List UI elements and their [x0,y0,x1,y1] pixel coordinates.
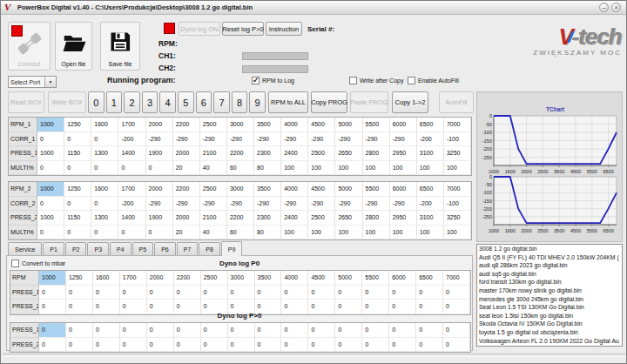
table-cell[interactable]: 5000 [335,182,362,197]
program-button-6[interactable]: 6 [196,91,212,113]
table-cell[interactable]: 0 [443,338,470,353]
table-cell[interactable]: 20 [173,161,200,176]
table-cell[interactable]: 0 [281,286,308,300]
table-cell[interactable]: 3100 [417,211,444,226]
table-cell[interactable]: 80 [254,161,281,176]
table-cell[interactable]: 0 [255,323,282,338]
file-list-item[interactable]: Audi Q5 II (FY FL) 40 TDI MHEV 2.0 150kW… [477,253,622,262]
table-cell[interactable]: 1900 [146,211,173,226]
table-cell[interactable]: 0 [228,338,255,353]
table-cell[interactable]: 100 [417,161,444,176]
table-cell[interactable]: 0 [91,132,118,147]
table-cell[interactable]: -290 [281,132,308,147]
table-cell[interactable]: 0 [118,226,145,240]
table-cell[interactable]: 2000 [146,182,173,197]
table-cell[interactable]: 20 [173,226,200,240]
table-cell[interactable]: 1150 [64,146,91,161]
table-cell[interactable]: 1250 [64,182,91,197]
table-cell[interactable]: 0 [66,338,93,353]
table-cell[interactable]: 0 [37,197,64,212]
table-cell[interactable]: 0 [389,286,416,300]
table-cell[interactable]: 2100 [200,211,227,226]
table-cell[interactable]: 0 [64,197,91,212]
file-list-item[interactable]: ford transit 130km go digital.bin [477,278,622,286]
table-cell[interactable]: 6500 [417,182,444,197]
table-cell[interactable]: 2200 [174,271,201,286]
table-cell[interactable]: 0 [201,323,228,338]
table-cell[interactable]: 0 [91,161,118,176]
table-cell[interactable]: 0 [91,226,118,240]
table-cell[interactable]: 0 [120,338,147,353]
program-button-0[interactable]: 0 [88,91,104,113]
table-cell[interactable]: 6500 [417,118,444,132]
file-list-item[interactable]: Volkswagen Arteon FL 2.0 190KM 2022 Go D… [477,337,622,346]
table-cell[interactable]: 6000 [390,182,417,197]
tab-p4[interactable]: P4 [110,242,131,255]
table-cell[interactable]: 1300 [91,211,118,226]
table-cell[interactable]: 3000 [228,271,255,286]
table-cell[interactable]: 2300 [254,211,281,226]
tab-p5[interactable]: P5 [132,242,154,255]
table-cell[interactable]: 100 [417,226,444,240]
table-cell[interactable]: 0 [201,338,228,353]
table-cell[interactable]: 2950 [390,211,417,226]
table-cell[interactable]: 2950 [390,146,417,161]
program-button-4[interactable]: 4 [159,91,176,113]
instruction-button[interactable]: Instruction [266,22,302,36]
table-cell[interactable]: 2000 [146,118,173,132]
table-cell[interactable]: -290 [390,132,417,147]
tab-service[interactable]: Service [8,242,42,255]
table-cell[interactable]: 2000 [173,211,200,226]
table-cell[interactable]: 40 [200,226,227,240]
file-list-item[interactable]: seat leon 1.5tsi 150km go digital.bin [477,312,622,320]
table-cell[interactable]: 0 [64,226,91,240]
minimize-button[interactable]: – [599,3,609,12]
table-cell[interactable]: 4500 [308,182,335,197]
paste-prog-button[interactable]: Paste PROG [350,91,388,113]
table-cell[interactable]: 0 [146,226,173,240]
table-cell[interactable]: 0 [335,338,362,353]
table-cell[interactable]: 100 [335,226,362,240]
program-button-9[interactable]: 9 [249,91,266,113]
table-cell[interactable]: 7000 [443,271,470,286]
table-cell[interactable]: 2100 [200,146,227,161]
table-cell[interactable]: -200 [417,197,444,212]
table-cell[interactable]: -290 [390,197,417,212]
table-cell[interactable]: -290 [173,197,200,212]
table-cell[interactable]: -290 [254,132,281,147]
table-cell[interactable]: 0 [37,161,64,176]
autofill-button[interactable]: AutoFill [439,91,474,113]
tab-p7[interactable]: P7 [177,242,199,255]
table-cell[interactable]: 3250 [444,211,471,226]
table-cell[interactable]: 1600 [91,118,118,132]
table-cell[interactable]: 1250 [64,118,91,132]
table-cell[interactable]: 1400 [118,211,145,226]
table-cell[interactable]: 2200 [227,146,254,161]
table-cell[interactable]: -100 [444,197,471,212]
chevron-down-icon[interactable]: ▼ [44,77,56,87]
table-cell[interactable]: 0 [147,338,174,353]
file-list-item[interactable]: audi sq5 go digital.bin [477,270,622,279]
table-cell[interactable]: 0 [174,323,201,338]
rpm-to-log-checkbox[interactable] [252,77,260,84]
copy-1-2-button[interactable]: Copy 1->2 [392,91,428,113]
file-list-item[interactable]: Seat Leon 1.5 TSI 130KM Go Digital.bin [477,303,622,312]
table-cell[interactable]: 3500 [255,271,282,286]
table-cell[interactable]: 1000 [37,118,64,132]
table-cell[interactable]: 0 [39,338,66,353]
table-cell[interactable]: -290 [335,197,362,212]
open-file-button[interactable]: Open file [55,22,92,71]
table-cell[interactable]: 0 [228,286,255,300]
table-cell[interactable]: 100 [390,161,417,176]
table-cell[interactable]: 1250 [66,271,93,286]
table-cell[interactable]: 7000 [444,182,471,197]
table-cell[interactable]: -290 [146,197,173,212]
table-cell[interactable]: 0 [335,286,362,300]
table-cell[interactable]: -290 [200,132,227,147]
table-cell[interactable]: 1900 [146,146,173,161]
table-cell[interactable]: 100 [308,226,335,240]
table-cell[interactable]: 1600 [93,271,120,286]
table-cell[interactable]: 5500 [362,271,389,286]
table-cell[interactable]: 1000 [37,146,64,161]
tab-p3[interactable]: P3 [87,242,109,255]
